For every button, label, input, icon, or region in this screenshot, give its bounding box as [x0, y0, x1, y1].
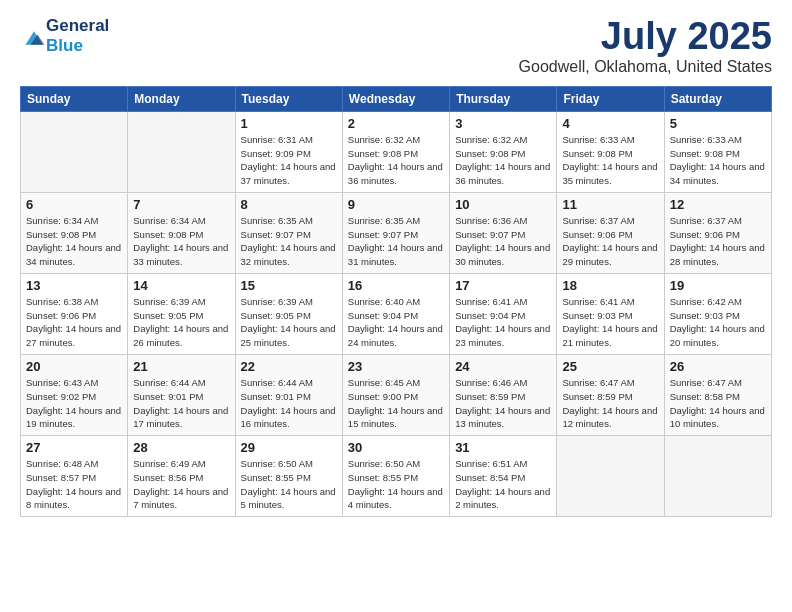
day-number: 29	[241, 440, 337, 455]
day-info: Sunrise: 6:43 AMSunset: 9:02 PMDaylight:…	[26, 376, 122, 431]
weekday-header-thursday: Thursday	[450, 86, 557, 111]
day-info: Sunrise: 6:32 AMSunset: 9:08 PMDaylight:…	[348, 133, 444, 188]
calendar-day-29: 29Sunrise: 6:50 AMSunset: 8:55 PMDayligh…	[235, 436, 342, 517]
day-info: Sunrise: 6:37 AMSunset: 9:06 PMDaylight:…	[670, 214, 766, 269]
calendar-day-4: 4Sunrise: 6:33 AMSunset: 9:08 PMDaylight…	[557, 111, 664, 192]
day-info: Sunrise: 6:34 AMSunset: 9:08 PMDaylight:…	[26, 214, 122, 269]
day-number: 10	[455, 197, 551, 212]
calendar-day-9: 9Sunrise: 6:35 AMSunset: 9:07 PMDaylight…	[342, 192, 449, 273]
day-number: 4	[562, 116, 658, 131]
day-info: Sunrise: 6:44 AMSunset: 9:01 PMDaylight:…	[133, 376, 229, 431]
logo-icon	[22, 26, 46, 50]
calendar-day-26: 26Sunrise: 6:47 AMSunset: 8:58 PMDayligh…	[664, 354, 771, 435]
calendar-week-4: 20Sunrise: 6:43 AMSunset: 9:02 PMDayligh…	[21, 354, 772, 435]
day-number: 16	[348, 278, 444, 293]
day-number: 9	[348, 197, 444, 212]
day-info: Sunrise: 6:41 AMSunset: 9:04 PMDaylight:…	[455, 295, 551, 350]
day-info: Sunrise: 6:47 AMSunset: 8:59 PMDaylight:…	[562, 376, 658, 431]
day-number: 26	[670, 359, 766, 374]
calendar-table: SundayMondayTuesdayWednesdayThursdayFrid…	[20, 86, 772, 517]
day-number: 3	[455, 116, 551, 131]
day-info: Sunrise: 6:34 AMSunset: 9:08 PMDaylight:…	[133, 214, 229, 269]
day-info: Sunrise: 6:38 AMSunset: 9:06 PMDaylight:…	[26, 295, 122, 350]
day-number: 1	[241, 116, 337, 131]
day-number: 21	[133, 359, 229, 374]
calendar-day-28: 28Sunrise: 6:49 AMSunset: 8:56 PMDayligh…	[128, 436, 235, 517]
title-area: July 2025 Goodwell, Oklahoma, United Sta…	[519, 16, 772, 76]
day-info: Sunrise: 6:33 AMSunset: 9:08 PMDaylight:…	[562, 133, 658, 188]
day-number: 28	[133, 440, 229, 455]
day-number: 6	[26, 197, 122, 212]
day-info: Sunrise: 6:36 AMSunset: 9:07 PMDaylight:…	[455, 214, 551, 269]
day-info: Sunrise: 6:51 AMSunset: 8:54 PMDaylight:…	[455, 457, 551, 512]
calendar-day-18: 18Sunrise: 6:41 AMSunset: 9:03 PMDayligh…	[557, 273, 664, 354]
calendar-day-6: 6Sunrise: 6:34 AMSunset: 9:08 PMDaylight…	[21, 192, 128, 273]
day-info: Sunrise: 6:48 AMSunset: 8:57 PMDaylight:…	[26, 457, 122, 512]
day-number: 27	[26, 440, 122, 455]
day-info: Sunrise: 6:35 AMSunset: 9:07 PMDaylight:…	[348, 214, 444, 269]
calendar-empty-cell	[128, 111, 235, 192]
calendar-day-21: 21Sunrise: 6:44 AMSunset: 9:01 PMDayligh…	[128, 354, 235, 435]
day-info: Sunrise: 6:44 AMSunset: 9:01 PMDaylight:…	[241, 376, 337, 431]
weekday-header-saturday: Saturday	[664, 86, 771, 111]
day-info: Sunrise: 6:50 AMSunset: 8:55 PMDaylight:…	[241, 457, 337, 512]
day-number: 14	[133, 278, 229, 293]
calendar-day-7: 7Sunrise: 6:34 AMSunset: 9:08 PMDaylight…	[128, 192, 235, 273]
calendar-header-row: SundayMondayTuesdayWednesdayThursdayFrid…	[21, 86, 772, 111]
day-number: 13	[26, 278, 122, 293]
day-number: 30	[348, 440, 444, 455]
day-number: 24	[455, 359, 551, 374]
day-number: 20	[26, 359, 122, 374]
day-info: Sunrise: 6:46 AMSunset: 8:59 PMDaylight:…	[455, 376, 551, 431]
calendar-week-1: 1Sunrise: 6:31 AMSunset: 9:09 PMDaylight…	[21, 111, 772, 192]
calendar-day-1: 1Sunrise: 6:31 AMSunset: 9:09 PMDaylight…	[235, 111, 342, 192]
calendar-day-23: 23Sunrise: 6:45 AMSunset: 9:00 PMDayligh…	[342, 354, 449, 435]
day-info: Sunrise: 6:33 AMSunset: 9:08 PMDaylight:…	[670, 133, 766, 188]
day-number: 18	[562, 278, 658, 293]
calendar-day-8: 8Sunrise: 6:35 AMSunset: 9:07 PMDaylight…	[235, 192, 342, 273]
day-number: 8	[241, 197, 337, 212]
calendar-day-11: 11Sunrise: 6:37 AMSunset: 9:06 PMDayligh…	[557, 192, 664, 273]
calendar-week-3: 13Sunrise: 6:38 AMSunset: 9:06 PMDayligh…	[21, 273, 772, 354]
weekday-header-tuesday: Tuesday	[235, 86, 342, 111]
day-number: 19	[670, 278, 766, 293]
day-number: 23	[348, 359, 444, 374]
day-number: 5	[670, 116, 766, 131]
weekday-header-wednesday: Wednesday	[342, 86, 449, 111]
calendar-week-2: 6Sunrise: 6:34 AMSunset: 9:08 PMDaylight…	[21, 192, 772, 273]
logo: General Blue	[20, 16, 109, 56]
day-info: Sunrise: 6:50 AMSunset: 8:55 PMDaylight:…	[348, 457, 444, 512]
calendar-day-5: 5Sunrise: 6:33 AMSunset: 9:08 PMDaylight…	[664, 111, 771, 192]
day-info: Sunrise: 6:47 AMSunset: 8:58 PMDaylight:…	[670, 376, 766, 431]
calendar-empty-cell	[664, 436, 771, 517]
calendar-day-3: 3Sunrise: 6:32 AMSunset: 9:08 PMDaylight…	[450, 111, 557, 192]
logo-text: General Blue	[46, 16, 109, 56]
header: General Blue July 2025 Goodwell, Oklahom…	[20, 16, 772, 76]
weekday-header-sunday: Sunday	[21, 86, 128, 111]
weekday-header-monday: Monday	[128, 86, 235, 111]
calendar-day-25: 25Sunrise: 6:47 AMSunset: 8:59 PMDayligh…	[557, 354, 664, 435]
day-number: 31	[455, 440, 551, 455]
day-number: 11	[562, 197, 658, 212]
calendar-day-20: 20Sunrise: 6:43 AMSunset: 9:02 PMDayligh…	[21, 354, 128, 435]
day-number: 2	[348, 116, 444, 131]
day-info: Sunrise: 6:31 AMSunset: 9:09 PMDaylight:…	[241, 133, 337, 188]
calendar-day-2: 2Sunrise: 6:32 AMSunset: 9:08 PMDaylight…	[342, 111, 449, 192]
calendar-week-5: 27Sunrise: 6:48 AMSunset: 8:57 PMDayligh…	[21, 436, 772, 517]
day-info: Sunrise: 6:42 AMSunset: 9:03 PMDaylight:…	[670, 295, 766, 350]
calendar-day-27: 27Sunrise: 6:48 AMSunset: 8:57 PMDayligh…	[21, 436, 128, 517]
day-number: 17	[455, 278, 551, 293]
calendar-day-16: 16Sunrise: 6:40 AMSunset: 9:04 PMDayligh…	[342, 273, 449, 354]
day-info: Sunrise: 6:39 AMSunset: 9:05 PMDaylight:…	[133, 295, 229, 350]
calendar-day-14: 14Sunrise: 6:39 AMSunset: 9:05 PMDayligh…	[128, 273, 235, 354]
day-info: Sunrise: 6:37 AMSunset: 9:06 PMDaylight:…	[562, 214, 658, 269]
calendar-day-24: 24Sunrise: 6:46 AMSunset: 8:59 PMDayligh…	[450, 354, 557, 435]
day-number: 22	[241, 359, 337, 374]
page: General Blue July 2025 Goodwell, Oklahom…	[0, 0, 792, 612]
day-info: Sunrise: 6:41 AMSunset: 9:03 PMDaylight:…	[562, 295, 658, 350]
calendar-day-12: 12Sunrise: 6:37 AMSunset: 9:06 PMDayligh…	[664, 192, 771, 273]
day-info: Sunrise: 6:45 AMSunset: 9:00 PMDaylight:…	[348, 376, 444, 431]
day-number: 15	[241, 278, 337, 293]
calendar-day-13: 13Sunrise: 6:38 AMSunset: 9:06 PMDayligh…	[21, 273, 128, 354]
calendar-day-10: 10Sunrise: 6:36 AMSunset: 9:07 PMDayligh…	[450, 192, 557, 273]
